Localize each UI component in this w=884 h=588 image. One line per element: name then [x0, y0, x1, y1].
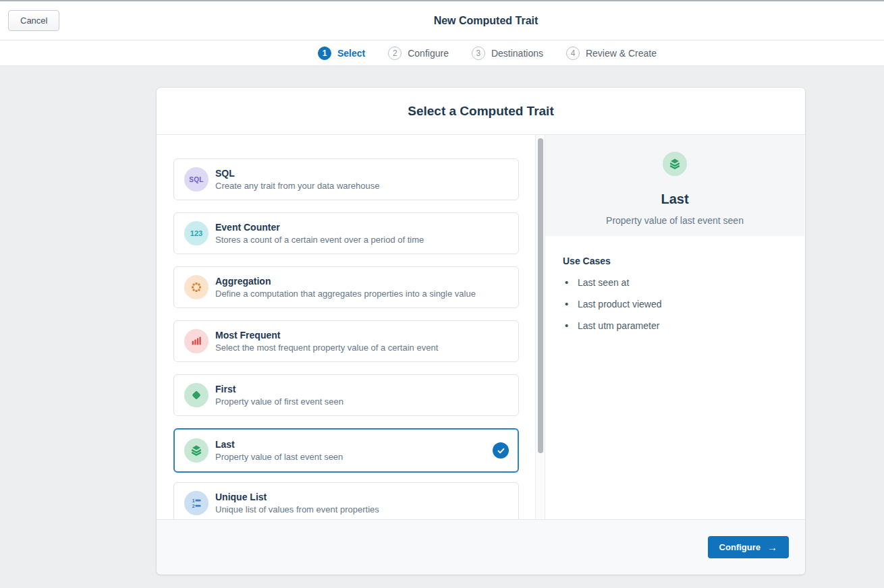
- step-label: Select: [337, 48, 365, 59]
- trait-detail-panel: Last Property value of last event seen U…: [545, 135, 804, 519]
- trait-title: Unique List: [215, 492, 509, 502]
- step-number-badge: 4: [566, 47, 580, 60]
- event-counter-icon: 123: [184, 221, 209, 245]
- step-number-badge: 1: [318, 47, 331, 60]
- step-label: Configure: [408, 48, 449, 59]
- trait-description: Create any trait from your data warehous…: [215, 181, 509, 191]
- top-bar: Cancel New Computed Trait: [0, 1, 884, 40]
- trait-description: Unique list of values from event propert…: [215, 504, 509, 514]
- trait-item-unique-list[interactable]: 1 2 Unique List Unique list of values fr…: [173, 482, 519, 519]
- scrollbar-thumb[interactable]: [538, 138, 543, 453]
- trait-item-first[interactable]: First Property value of first event seen: [173, 374, 519, 416]
- layers-icon: [663, 152, 687, 176]
- step-label: Review & Create: [586, 48, 657, 59]
- trait-description: Property value of last event seen: [215, 452, 486, 462]
- trait-detail-header: Last Property value of last event seen: [545, 135, 804, 236]
- selected-check-icon: [493, 442, 509, 459]
- numbered-list-icon: 1 2: [184, 491, 209, 515]
- trait-text: First Property value of first event seen: [215, 384, 509, 407]
- stepper-step-destinations[interactable]: 3 Destinations: [472, 47, 543, 60]
- trait-item-event-counter[interactable]: 123 Event Counter Stores a count of a ce…: [173, 212, 519, 254]
- detail-title: Last: [545, 192, 804, 207]
- diamond-icon: [184, 383, 209, 407]
- step-label: Destinations: [491, 48, 543, 59]
- trait-title: Most Frequent: [215, 330, 509, 341]
- trait-item-aggregation[interactable]: Aggregation Define a computation that ag…: [173, 266, 519, 308]
- svg-text:2: 2: [192, 503, 195, 509]
- layers-icon: [184, 438, 209, 463]
- use-case-item: Last utm parameter: [563, 320, 787, 331]
- bar-chart-icon: [184, 329, 209, 353]
- trait-text: Event Counter Stores a count of a certai…: [215, 222, 509, 245]
- trait-list: SQL SQL Create any trait from your data …: [157, 135, 535, 519]
- aggregation-icon: [184, 275, 209, 299]
- detail-subtitle: Property value of last event seen: [545, 215, 804, 226]
- use-case-item: Last product viewed: [563, 299, 787, 310]
- trait-list-scrollbar[interactable]: [535, 135, 545, 519]
- arrow-right-icon: →: [767, 542, 777, 552]
- stepper: 1 Select 2 Configure 3 Destinations 4 Re…: [0, 40, 884, 66]
- card-body: SQL SQL Create any trait from your data …: [157, 135, 805, 519]
- trait-title: SQL: [215, 168, 509, 179]
- stepper-step-configure[interactable]: 2 Configure: [388, 47, 449, 60]
- stepper-step-review-create[interactable]: 4 Review & Create: [566, 47, 657, 60]
- use-cases-section: Use Cases Last seen at Last product view…: [545, 236, 804, 331]
- cancel-button[interactable]: Cancel: [8, 10, 59, 31]
- configure-button[interactable]: Configure →: [708, 536, 789, 558]
- stepper-step-select[interactable]: 1 Select: [318, 47, 365, 60]
- trait-text: Unique List Unique list of values from e…: [215, 492, 509, 514]
- configure-button-label: Configure: [719, 542, 761, 552]
- trait-description: Property value of first event seen: [215, 396, 509, 407]
- card-footer: Configure →: [157, 519, 805, 574]
- sql-icon: SQL: [184, 167, 209, 192]
- step-number-badge: 3: [472, 47, 485, 60]
- page-title: New Computed Trait: [434, 15, 538, 27]
- trait-item-most-frequent[interactable]: Most Frequent Select the most frequent p…: [173, 320, 519, 362]
- step-number-badge: 2: [388, 47, 402, 60]
- use-cases-list: Last seen at Last product viewed Last ut…: [563, 277, 787, 331]
- trait-title: Last: [215, 439, 486, 450]
- trait-description: Define a computation that aggregates pro…: [215, 289, 509, 299]
- trait-text: SQL Create any trait from your data ware…: [215, 168, 509, 191]
- trait-title: First: [215, 384, 509, 394]
- trait-text: Most Frequent Select the most frequent p…: [215, 330, 509, 353]
- trait-item-last[interactable]: Last Property value of last event seen: [173, 428, 519, 473]
- select-computed-trait-card: Select a Computed Trait SQL SQL Create a…: [157, 88, 805, 575]
- use-case-item: Last seen at: [563, 277, 787, 288]
- trait-text: Aggregation Define a computation that ag…: [215, 276, 509, 299]
- trait-title: Aggregation: [215, 276, 509, 287]
- card-title: Select a Computed Trait: [157, 88, 805, 135]
- trait-description: Select the most frequent property value …: [215, 343, 509, 353]
- trait-description: Stores a count of a certain event over a…: [215, 235, 509, 245]
- trait-text: Last Property value of last event seen: [215, 439, 486, 462]
- trait-item-sql[interactable]: SQL SQL Create any trait from your data …: [173, 158, 519, 200]
- use-cases-heading: Use Cases: [563, 256, 787, 266]
- trait-title: Event Counter: [215, 222, 509, 233]
